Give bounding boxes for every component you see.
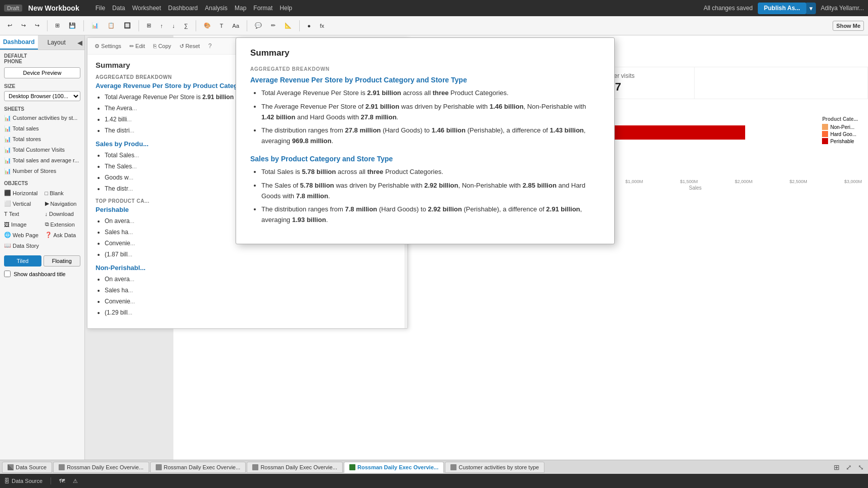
menu-help[interactable]: Help (280, 5, 292, 12)
tab-customer-activities-label: Customer activities by store type (459, 464, 539, 470)
reset-button[interactable]: ↺ Reset (176, 41, 203, 51)
size-button[interactable]: T (216, 21, 227, 31)
device-preview-button[interactable]: Device Preview (4, 67, 80, 78)
view2-button[interactable]: 📋 (104, 20, 118, 31)
help-button[interactable]: ? (205, 41, 215, 51)
sheet-item-customer-visits[interactable]: 📊 Total Customer Visits (0, 145, 84, 155)
sort-desc-button[interactable]: ↓ (169, 21, 179, 31)
menu-bar: Draft New Workbook File Data Worksheet D… (0, 0, 868, 16)
tab-dashboard[interactable]: Dashboard (0, 35, 38, 50)
legend-color-non-peri (822, 124, 828, 130)
device-section-label: DefaultPhone (0, 50, 84, 65)
floating-button[interactable]: Floating (43, 255, 81, 267)
obj-download[interactable]: ↓ Download (43, 209, 83, 218)
legend-item-perishable: Perishable (822, 138, 858, 144)
popup-bullet-2-3: The distribution ranges from 7.8 million… (261, 204, 600, 226)
tab-rossman-4[interactable]: Rossman Daily Exec Overvie... (344, 462, 444, 473)
add-sheet-button[interactable]: ⊞ (832, 462, 842, 472)
obj-image[interactable]: 🖼 Image (2, 219, 42, 229)
calc-button[interactable]: fx (316, 21, 328, 31)
popup-section1-bullets: Total Average Revenue Per Store is 2.91 … (250, 88, 600, 147)
sort-asc-button[interactable]: ↑ (157, 21, 167, 31)
new-sheet-button[interactable]: ⊞ (52, 20, 63, 31)
tab-rossman-4-label: Rossman Daily Exec Overvie... (357, 464, 438, 470)
obj-horizontal[interactable]: ⬛ Horizontal (2, 188, 42, 198)
copy-button[interactable]: ⎘ Copy (150, 41, 174, 51)
menu-worksheet[interactable]: Worksheet (132, 5, 161, 12)
show-me-button[interactable]: Show Me (833, 21, 864, 31)
obj-webpage[interactable]: 🌐 Web Page (2, 230, 42, 240)
menu-analysis[interactable]: Analysis (205, 5, 227, 12)
menu-file[interactable]: File (96, 5, 105, 12)
dashboard-button[interactable]: 📐 (281, 20, 295, 31)
tab-rossman-1-label: Rossman Daily Exec Overvie... (67, 464, 144, 470)
toolbar-sep-2 (83, 20, 84, 31)
user-name[interactable]: Aditya Yellamr... (821, 5, 864, 12)
color-button[interactable]: 🎨 (200, 20, 214, 31)
tab-rossman-2[interactable]: Rossman Daily Exec Overvie... (150, 462, 246, 473)
content-area: Rossman Daily Exec Overview (cumulative … (85, 35, 868, 460)
legend-label-perishable: Perishable (830, 139, 854, 144)
popup-section2-bullets: Total Sales is 5.78 billion across all t… (250, 167, 600, 226)
obj-extension[interactable]: ⧉ Extension (43, 219, 83, 229)
size-select[interactable]: Desktop Browser (100... (4, 91, 80, 101)
obj-text[interactable]: T Text (2, 209, 42, 218)
tab-rossman-1-icon (59, 464, 65, 470)
tab-layout[interactable]: Layout (38, 36, 76, 49)
bottom-btn-2[interactable]: ⤢ (844, 462, 854, 472)
obj-datastory[interactable]: 📖 Data Story (2, 241, 42, 250)
obj-navigation[interactable]: ▶ Navigation (43, 199, 83, 208)
obj-askdata[interactable]: ❓ Ask Data (43, 230, 83, 240)
toolbar-sep-3 (139, 20, 139, 31)
annotate-button[interactable]: ✏ (267, 20, 279, 31)
popup-agg-label: AGGREGATED BREAKDOWN (250, 66, 600, 72)
objects-label: Objects (0, 176, 84, 187)
publish-dropdown-button[interactable]: ▾ (806, 3, 816, 14)
marks-button[interactable]: ● (304, 21, 314, 31)
menu-items: File Data Worksheet Dashboard Analysis M… (96, 5, 292, 12)
tab-rossman-1[interactable]: Rossman Daily Exec Overvie... (53, 462, 149, 473)
non-perishable-bullets: On avera... Sales ha... Convenie... (1.2… (96, 275, 399, 317)
tooltip-button[interactable]: 💬 (251, 20, 265, 31)
aggregate-button[interactable]: ∑ (180, 21, 192, 31)
redo2-button[interactable]: ↪ (31, 20, 43, 31)
menu-data[interactable]: Data (112, 5, 125, 12)
tab-data-source[interactable]: Data Source (2, 462, 52, 473)
filter-button[interactable]: ⊞ (143, 20, 155, 31)
redo-button[interactable]: ↪ (18, 20, 29, 31)
toolbar: ↩ ↪ ↪ ⊞ 💾 📊 📋 🔲 ⊞ ↑ ↓ ∑ 🎨 T Aa 💬 ✏ 📐 ● f… (0, 16, 868, 35)
tab-rossman-3[interactable]: Rossman Daily Exec Overvie... (247, 462, 343, 473)
view3-button[interactable]: 🔲 (120, 20, 134, 31)
show-title-label: Show dashboard title (14, 271, 66, 277)
menu-map[interactable]: Map (235, 5, 246, 12)
sheet-item-num-stores[interactable]: 📊 Number of Stores (0, 166, 84, 176)
toolbar-sep-1 (47, 20, 48, 31)
popup-section1-link[interactable]: Average Revenue Per Store by Product Cat… (250, 76, 600, 84)
collapse-panel-button[interactable]: ◀ (75, 37, 84, 49)
obj-vertical[interactable]: ⬜ Vertical (2, 199, 42, 208)
tiled-button[interactable]: Tiled (4, 255, 41, 267)
sheet-item-total-stores[interactable]: 📊 Total stores (0, 134, 84, 145)
settings-button[interactable]: ⚙ Settings (92, 41, 124, 51)
publish-button[interactable]: Publish As... (758, 3, 806, 14)
menu-format[interactable]: Format (253, 5, 272, 12)
sheet-item-total-sales-avg[interactable]: 📊 Total sales and average r... (0, 155, 84, 166)
show-title-checkbox[interactable] (4, 271, 11, 277)
popup-section2-link[interactable]: Sales by Product Category and Store Type (250, 155, 600, 163)
undo-button[interactable]: ↩ (4, 20, 16, 31)
sheet-item-customer[interactable]: 📊 Customer activities by st... (0, 113, 84, 123)
obj-blank[interactable]: □ Blank (43, 188, 83, 198)
view-button[interactable]: 📊 (88, 20, 102, 31)
non-perishable-link[interactable]: Non-Perishabl... (96, 264, 399, 272)
legend-label-hard-goods: Hard Goo... (830, 131, 856, 137)
menu-dashboard[interactable]: Dashboard (168, 5, 198, 12)
tiled-floating-section: Tiled Floating (0, 251, 84, 269)
tab-customer-activities[interactable]: Customer activities by store type (445, 462, 544, 473)
tab-data-source-icon (8, 464, 14, 470)
edit-button[interactable]: ✏ Edit (126, 41, 148, 51)
bottom-btn-3[interactable]: ⤡ (856, 462, 866, 472)
save-button[interactable]: 💾 (65, 20, 79, 31)
label-button[interactable]: Aa (229, 21, 243, 31)
status-data-source[interactable]: 🗄 Data Source (4, 478, 42, 484)
sheet-item-total-sales[interactable]: 📊 Total sales (0, 123, 84, 134)
